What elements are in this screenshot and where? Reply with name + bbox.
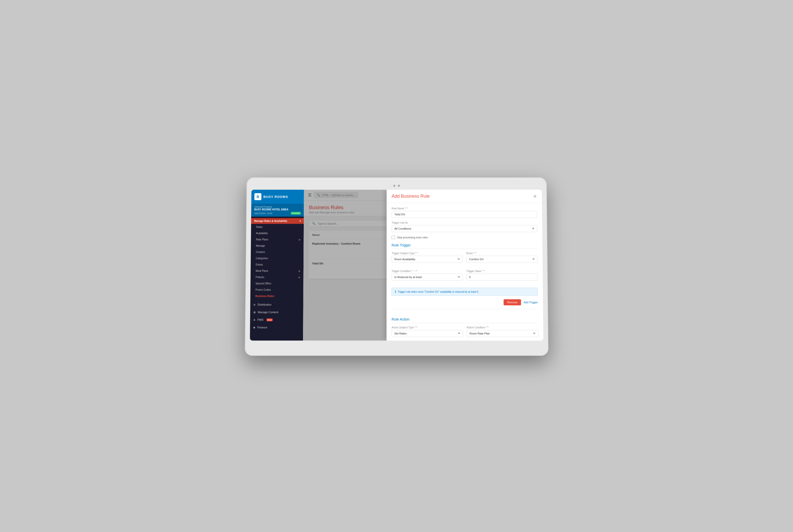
sidebar-item-meal-plans[interactable]: Meal Plans ▶ <box>250 268 303 274</box>
sidebar-item-clusters[interactable]: Clusters <box>251 249 303 255</box>
sidebar-logo: B BUSY ROOMS <box>251 190 304 204</box>
rule-trigger-title: Rule Trigger <box>392 243 537 249</box>
sidebar-item-manage[interactable]: Manage <box>251 243 303 249</box>
trigger-room-select[interactable]: Comfort GV <box>466 256 537 263</box>
modal-header: Add Business Rule ✕ <box>386 190 542 203</box>
trigger-condition-group: Trigger Condition * ↑ Is Reduced by at l… <box>391 270 462 281</box>
tablet-frame: B BUSY ROOMS Selected Property BUSY ROOM… <box>245 177 548 356</box>
trigger-subject-select[interactable]: Room Availability <box>392 256 463 263</box>
trigger-for-select[interactable]: All Conditions <box>392 225 537 232</box>
modal-panel: Add Business Rule ✕ Rule Name * Trigger … <box>386 190 543 341</box>
trigger-condition-select[interactable]: Is Reduced by at least <box>391 273 462 281</box>
trigger-info-text: Trigger rule when room "Comfort GV" avai… <box>398 290 478 293</box>
property-date-text: 03/07/2020, 14:06 <box>254 212 272 214</box>
pms-badge: New <box>266 318 272 321</box>
action-subject-group: Action Subject Type * Set Rates <box>391 326 463 337</box>
trigger-room-label: Room * <box>466 252 537 255</box>
pms-icon: ◈ <box>253 318 255 322</box>
action-condition-select[interactable]: Room Rate Plan <box>467 330 538 337</box>
trigger-info-icon: ℹ <box>395 290 396 293</box>
trigger-value-col: Trigger Value * <box>466 270 538 284</box>
condition-info-icon: ↑ <box>414 270 415 272</box>
rule-name-group: Rule Name * <box>392 207 537 218</box>
finance-icon: ◆ <box>253 326 255 329</box>
rule-action-section: Rule Action Action Subject Type * Set Ra… <box>391 309 539 341</box>
trigger-value-label: Trigger Value * <box>466 270 537 272</box>
trigger-remove-button[interactable]: Remove <box>504 299 521 305</box>
action-subject-col: Action Subject Type * Set Rates <box>391 326 463 341</box>
trigger-for-group: Trigger rule for All Conditions <box>392 222 537 232</box>
rule-name-label: Rule Name * <box>392 207 537 210</box>
sidebar-property: Selected Property BUSY ROOMS HOTEL EMEA … <box>251 204 304 217</box>
sidebar-item-distribution[interactable]: ◈ Distribution <box>250 301 303 308</box>
sidebar-item-rates[interactable]: Rates <box>251 224 304 230</box>
property-date-row: 03/07/2020, 14:06 ONLINE <box>254 212 301 215</box>
trigger-subject-label: Trigger Subject Type * <box>392 252 463 255</box>
trigger-subject-col: Trigger Subject Type * Room Availability <box>391 252 462 266</box>
tablet-camera <box>251 185 542 187</box>
modal-close-button[interactable]: ✕ <box>533 194 537 198</box>
trigger-condition-label: Trigger Condition * ↑ <box>391 270 462 272</box>
tablet-screen: B BUSY ROOMS Selected Property BUSY ROOM… <box>250 190 543 341</box>
sidebar-item-manage-content[interactable]: ◉ Manage Content <box>250 308 303 316</box>
main-content: ☰ 🔍 CTRL + Q/Click to search... Business… <box>303 190 543 341</box>
property-name: BUSY ROOMS HOTEL EMEA <box>254 208 301 211</box>
action-condition-col: Action Condition * Room Rate Plan <box>467 326 538 341</box>
sidebar-section-header[interactable]: Manage Rates & Availability ▾ <box>251 218 304 224</box>
trigger-subject-group: Trigger Subject Type * Room Availability <box>392 252 463 263</box>
sidebar-item-extras[interactable]: Extras <box>250 262 303 268</box>
sidebar-item-categories[interactable]: Categories <box>251 255 303 262</box>
trigger-actions-row: Remove Add Trigger <box>391 299 538 305</box>
add-trigger-button[interactable]: Add Trigger <box>524 301 538 304</box>
trigger-info-box: ℹ Trigger rule when room "Comfort GV" av… <box>391 288 537 296</box>
action-row-1: Action Subject Type * Set Rates Action C… <box>391 326 538 341</box>
sidebar-item-promo-codes[interactable]: Promo Codes <box>250 287 303 293</box>
stop-processing-label: Stop processing more rules <box>397 236 428 239</box>
sidebar-item-availability[interactable]: Availability <box>251 230 304 236</box>
sidebar-item-special-offers[interactable]: Special Offers <box>250 280 303 287</box>
distribution-icon: ◈ <box>253 303 256 306</box>
trigger-value-input[interactable] <box>466 273 537 281</box>
action-condition-group: Action Condition * Room Rate Plan <box>467 326 538 337</box>
trigger-room-group: Room * Comfort GV <box>466 252 537 263</box>
modal-body: Rule Name * Trigger rule for All Conditi… <box>386 203 543 341</box>
sidebar-manage-section: Manage Rates & Availability ▾ Rates Avai… <box>250 217 304 301</box>
sidebar: B BUSY ROOMS Selected Property BUSY ROOM… <box>250 190 304 341</box>
action-condition-label: Action Condition * <box>467 326 538 329</box>
trigger-room-col: Room * Comfort GV <box>466 252 537 266</box>
manage-content-icon: ◉ <box>253 310 256 314</box>
rule-action-title: Rule Action <box>391 317 538 323</box>
trigger-for-label: Trigger rule for <box>392 222 537 224</box>
logo-text: BUSY ROOMS <box>263 195 288 198</box>
trigger-row-2: Trigger Condition * ↑ Is Reduced by at l… <box>391 270 537 284</box>
sidebar-item-pms[interactable]: ◈ PMS New <box>250 316 303 324</box>
rule-name-input[interactable] <box>392 211 537 218</box>
camera-dot-2 <box>398 185 400 187</box>
logo-icon: B <box>254 193 261 200</box>
action-subject-label: Action Subject Type * <box>391 326 463 329</box>
sidebar-item-rate-plans[interactable]: Rate Plans ▶ <box>251 236 303 243</box>
sidebar-item-policies[interactable]: Policies ▶ <box>250 274 303 280</box>
trigger-value-group: Trigger Value * <box>466 270 537 281</box>
action-subject-select[interactable]: Set Rates <box>391 330 463 337</box>
trigger-row-1: Trigger Subject Type * Room Availability… <box>391 252 537 266</box>
stop-processing-row: Stop processing more rules <box>392 235 537 239</box>
trigger-condition-col: Trigger Condition * ↑ Is Reduced by at l… <box>391 270 462 284</box>
camera-dot-1 <box>393 185 395 187</box>
stop-processing-checkbox[interactable] <box>392 235 395 239</box>
modal-title: Add Business Rule <box>392 194 430 199</box>
sidebar-item-finance[interactable]: ◆ Finance <box>250 324 303 331</box>
property-label: Selected Property <box>254 206 301 208</box>
online-badge: ONLINE <box>291 212 301 215</box>
sidebar-item-business-rules[interactable]: Business Rules <box>250 293 303 299</box>
